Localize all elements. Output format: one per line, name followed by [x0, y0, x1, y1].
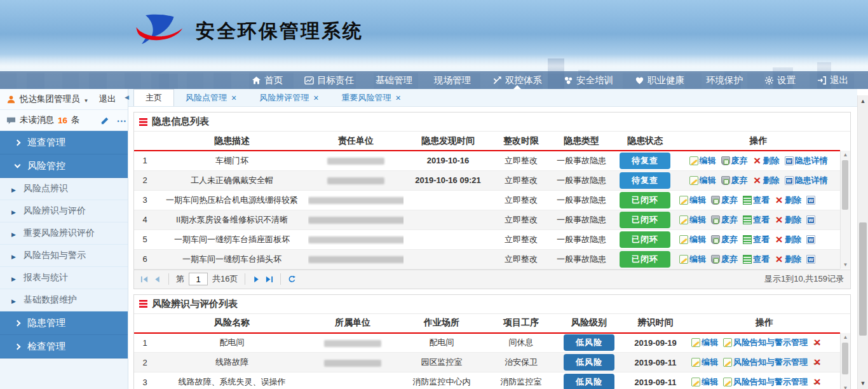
- action-link[interactable]: 隐患详情: [806, 254, 840, 265]
- action-icon: [679, 196, 688, 205]
- sidebar-item-risk-control[interactable]: 风险管控: [0, 154, 128, 178]
- action-link[interactable]: 删除: [775, 254, 801, 265]
- nav-settings[interactable]: 设置: [754, 71, 806, 89]
- action-icon: [679, 235, 688, 244]
- nav-logout[interactable]: 退出: [806, 71, 859, 89]
- action-link[interactable]: 隐患详情: [806, 234, 840, 245]
- action-link[interactable]: 删除: [813, 376, 839, 388]
- action-link[interactable]: 查看: [743, 254, 770, 265]
- nav-occupational-health[interactable]: 职业健康: [624, 71, 695, 89]
- scroll-up-arrow[interactable]: [841, 151, 850, 159]
- more-icon[interactable]: [118, 116, 127, 125]
- page-number-input[interactable]: [189, 273, 208, 285]
- scroll-down-arrow[interactable]: [841, 384, 850, 389]
- risk-table-body: 1 配电间 配电间 间休息 低风险 2019-09-19 编辑风险告知与警示管理…: [134, 333, 840, 389]
- action-link[interactable]: 风险告知与警示管理: [723, 337, 808, 348]
- action-link[interactable]: 隐患详情: [806, 214, 840, 226]
- tab-risk-point-mgmt[interactable]: 风险点管理: [174, 89, 248, 106]
- scrollbar-thumb[interactable]: [842, 160, 848, 210]
- action-link[interactable]: 编辑: [679, 214, 706, 226]
- sidebar-item-check-mgmt[interactable]: 检查管理: [0, 335, 128, 358]
- hazard-deadline-cell: 立即整改: [492, 229, 550, 249]
- action-link[interactable]: 编辑: [691, 357, 718, 368]
- action-icon: [775, 235, 783, 244]
- hazard-unit-cell: [308, 210, 403, 229]
- user-name[interactable]: 悦达集团管理员: [20, 93, 80, 105]
- action-link[interactable]: 废弃: [711, 214, 738, 226]
- action-link[interactable]: 废弃: [721, 175, 748, 186]
- risk-unit-cell: [308, 333, 397, 353]
- sidebar-item-reports-statistics[interactable]: 报表与统计: [0, 267, 128, 289]
- nav-safety-training[interactable]: 安全培训: [553, 71, 624, 89]
- action-link[interactable]: 删除: [775, 214, 801, 226]
- sidebar-item-risk-identify-eval[interactable]: 风险辨识与评价: [0, 200, 128, 222]
- column-header-index: [134, 132, 156, 151]
- scroll-down-arrow[interactable]: [858, 379, 868, 388]
- action-link[interactable]: 废弃: [711, 234, 738, 245]
- action-link[interactable]: 删除: [813, 357, 839, 368]
- column-header-index: [134, 314, 156, 333]
- hazard-deadline-cell: 立即整改: [492, 151, 550, 170]
- close-icon[interactable]: [313, 93, 318, 103]
- tab-risk-eval-mgmt[interactable]: 风险辨评管理: [248, 89, 330, 106]
- sidebar-item-major-risk-eval[interactable]: 重要风险辨识评价: [0, 222, 128, 245]
- action-link[interactable]: 查看: [743, 234, 770, 245]
- first-page-button[interactable]: [140, 275, 149, 283]
- nav-dual-control[interactable]: 双控体系: [482, 71, 553, 89]
- action-link[interactable]: 删除: [753, 155, 780, 167]
- scroll-down-arrow[interactable]: [841, 261, 850, 269]
- action-link[interactable]: 隐患详情: [806, 194, 840, 206]
- pencil-icon[interactable]: [100, 116, 110, 125]
- action-link[interactable]: 编辑: [679, 234, 706, 245]
- sidebar-item-hazard-mgmt[interactable]: 隐患管理: [0, 311, 128, 335]
- action-link[interactable]: 编辑: [679, 194, 706, 206]
- scroll-up-arrow[interactable]: [841, 333, 850, 341]
- action-link[interactable]: 隐患详情: [785, 175, 828, 186]
- scroll-up-arrow[interactable]: [858, 97, 868, 106]
- next-page-button[interactable]: [252, 275, 261, 283]
- tab-home[interactable]: 主页: [133, 89, 174, 106]
- action-link[interactable]: 编辑: [679, 254, 706, 265]
- nav-target-duty[interactable]: 目标责任: [294, 71, 365, 89]
- nav-site-mgmt[interactable]: 现场管理: [423, 71, 482, 89]
- close-icon[interactable]: [231, 93, 236, 103]
- scrollbar-thumb[interactable]: [859, 222, 867, 336]
- sidebar-collapse-arrow[interactable]: [125, 94, 129, 100]
- action-link[interactable]: 编辑: [689, 175, 716, 186]
- action-link[interactable]: 废弃: [711, 254, 738, 265]
- action-link[interactable]: 删除: [813, 337, 839, 348]
- action-link[interactable]: 风险告知与警示管理: [723, 357, 808, 368]
- action-link[interactable]: 查看: [743, 214, 770, 226]
- sidebar-item-risk-point-identify[interactable]: 风险点辨识: [0, 178, 128, 200]
- refresh-button[interactable]: [288, 275, 296, 283]
- action-link[interactable]: 隐患详情: [785, 155, 828, 167]
- nav-home[interactable]: 首页: [241, 71, 294, 89]
- last-page-button[interactable]: [265, 275, 273, 283]
- prev-page-button[interactable]: [153, 275, 161, 283]
- action-link[interactable]: 查看: [743, 194, 770, 206]
- action-icon: [711, 255, 720, 264]
- column-header: 隐患类型: [550, 132, 613, 151]
- nav-environment[interactable]: 环境保护: [695, 71, 754, 89]
- action-link[interactable]: 删除: [753, 175, 780, 186]
- action-link[interactable]: 风险告知与警示管理: [723, 376, 808, 388]
- scrollbar-thumb[interactable]: [842, 343, 848, 374]
- sidebar-item-risk-notice-warning[interactable]: 风险告知与警示: [0, 245, 128, 267]
- action-link[interactable]: 废弃: [721, 155, 748, 167]
- action-link[interactable]: 编辑: [689, 155, 716, 167]
- tab-major-risk-mgmt[interactable]: 重要风险管理: [330, 89, 412, 106]
- action-link[interactable]: 废弃: [711, 194, 738, 206]
- action-link[interactable]: 删除: [775, 234, 801, 245]
- sidebar-item-base-data-maintain[interactable]: 基础数据维护: [0, 289, 128, 311]
- risk-process-cell: 消防监控室: [486, 372, 556, 389]
- sidebar-item-inspection-mgmt[interactable]: 巡查管理: [0, 131, 128, 154]
- action-link[interactable]: 编辑: [691, 337, 718, 348]
- hazard-table: 隐患描述 责任单位 隐患发现时间 整改时限 隐患类型 隐患状态 操作: [134, 132, 840, 270]
- unread-label[interactable]: 未读消息: [20, 114, 54, 126]
- sidebar-logout-link[interactable]: 退出: [98, 93, 116, 105]
- action-link[interactable]: 删除: [775, 194, 801, 206]
- action-link[interactable]: 编辑: [691, 376, 718, 388]
- chevron-down-icon[interactable]: [84, 95, 89, 104]
- nav-basic-mgmt[interactable]: 基础管理: [365, 71, 423, 89]
- close-icon[interactable]: [395, 93, 400, 103]
